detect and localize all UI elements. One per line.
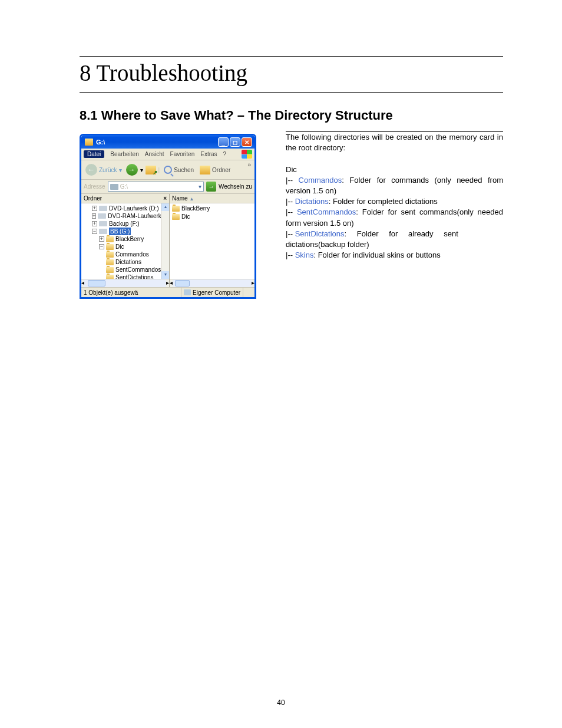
- dir-sentcommandos: |-- SentCommandos: Folder for sent comma…: [286, 207, 503, 228]
- folders-button[interactable]: Ordner: [198, 164, 232, 176]
- status-left: 1 Objekt(e) ausgewä: [81, 288, 181, 297]
- statusbar: 1 Objekt(e) ausgewä Eigener Computer: [81, 287, 254, 297]
- scroll-right-icon[interactable]: ▸: [166, 279, 169, 287]
- chapter-rule: [80, 92, 503, 93]
- dir-root: Dic: [286, 164, 503, 175]
- tree-close-button[interactable]: ×: [163, 195, 167, 202]
- tree-pane: Ordner × +DVD-Laufwerk (D:) +DVD-RAM-Lau…: [81, 194, 170, 287]
- menubar: Datei Bearbeiten Ansicht Favoriten Extra…: [81, 149, 254, 160]
- scroll-up-icon[interactable]: ▴: [161, 203, 169, 211]
- tree-node-dic[interactable]: −Dic: [82, 243, 169, 251]
- tree-node-bb[interactable]: −BB (G:): [82, 228, 169, 235]
- list-pane: Name ▲ BlackBerry Dic ◂ ▸: [170, 194, 254, 287]
- list-item[interactable]: Dic: [172, 213, 252, 221]
- toolbar: ← Zurück ▾ → ▾ | Suchen Ordner »: [81, 160, 254, 180]
- menu-bearbeiten[interactable]: Bearbeiten: [110, 151, 138, 157]
- scroll-down-icon[interactable]: ▾: [161, 271, 169, 279]
- explorer-figure: G:\ _ ◻ ✕ Datei Bearbeiten Ansicht Favor…: [80, 134, 260, 299]
- close-button[interactable]: ✕: [242, 137, 252, 147]
- toolbar-overflow[interactable]: »: [247, 162, 251, 168]
- tree-node-commandos[interactable]: Commandos: [82, 251, 169, 258]
- tree-node-dvd[interactable]: +DVD-Laufwerk (D:): [82, 205, 169, 212]
- section-title: 8.1 Where to Save What? – The Directory …: [80, 108, 503, 123]
- window-title: G:\: [96, 139, 218, 146]
- addressbar: Adresse G:\ ▾ → Wechseln zu: [81, 180, 254, 194]
- minimize-button[interactable]: _: [218, 137, 229, 147]
- back-button[interactable]: ← Zurück ▾: [84, 163, 124, 177]
- dir-sentdictations-l2: dictations(backup folder): [286, 239, 503, 250]
- address-label: Adresse: [84, 183, 105, 190]
- tree-node-backup[interactable]: +Backup (F:): [82, 220, 169, 228]
- tree-hscroll[interactable]: ◂ ▸: [81, 279, 169, 287]
- forward-button[interactable]: →: [126, 164, 138, 176]
- dir-skins: |-- Skins: Folder for individual skins o…: [286, 250, 503, 261]
- tree-node-dictations[interactable]: Dictations: [82, 258, 169, 266]
- titlebar: G:\ _ ◻ ✕: [81, 136, 254, 149]
- address-input[interactable]: G:\ ▾: [108, 182, 204, 192]
- tree-node-sentdictations[interactable]: SentDictations: [82, 274, 169, 279]
- folder-icon: [85, 139, 93, 146]
- tree-header: Ordner ×: [81, 194, 169, 203]
- tree-node-sentcommandos[interactable]: SentCommandos: [82, 266, 169, 274]
- list-header[interactable]: Name ▲: [170, 194, 254, 203]
- back-arrow-icon: ←: [85, 164, 97, 176]
- go-label: Wechseln zu: [219, 183, 252, 190]
- menu-help[interactable]: ?: [223, 151, 227, 157]
- maximize-button[interactable]: ◻: [230, 137, 240, 147]
- menu-favoriten[interactable]: Favoriten: [170, 151, 195, 157]
- search-button[interactable]: Suchen: [162, 164, 196, 175]
- page-number: 40: [0, 699, 562, 707]
- chapter-title: 8 Troubleshooting: [80, 57, 503, 92]
- search-icon: [164, 166, 172, 174]
- menu-datei[interactable]: Datei: [84, 150, 104, 158]
- go-button[interactable]: →: [206, 182, 216, 192]
- intro-text: The following directories will be create…: [286, 132, 503, 153]
- up-folder-button[interactable]: [146, 166, 156, 174]
- menu-extras[interactable]: Extras: [200, 151, 217, 157]
- status-right: Eigener Computer: [181, 288, 243, 297]
- list-hscroll[interactable]: ◂ ▸: [170, 279, 254, 287]
- scroll-right-icon[interactable]: ▸: [252, 279, 254, 287]
- windows-flag-icon: [242, 150, 252, 159]
- dir-commandos: |-- Commandos: Folder for commands (only…: [286, 175, 503, 196]
- tree-node-blackberry[interactable]: +BlackBerry: [82, 235, 169, 243]
- dir-sentdictations-l1: |-- SentDictations: Folder for already s…: [286, 229, 503, 239]
- tree-node-dvdram[interactable]: +DVD-RAM-Laufwerk (E:): [82, 212, 169, 220]
- tree-scrollbar[interactable]: ▴ ▾: [161, 203, 169, 279]
- drive-icon: [110, 184, 118, 190]
- dir-dictations: |-- Dictations: Folder for completed dic…: [286, 196, 503, 207]
- explorer-window: G:\ _ ◻ ✕ Datei Bearbeiten Ansicht Favor…: [80, 134, 256, 299]
- computer-icon: [184, 289, 191, 295]
- description-column: The following directories will be create…: [286, 131, 503, 261]
- folders-icon: [200, 166, 210, 174]
- list-item[interactable]: BlackBerry: [172, 205, 252, 213]
- menu-ansicht[interactable]: Ansicht: [145, 151, 164, 157]
